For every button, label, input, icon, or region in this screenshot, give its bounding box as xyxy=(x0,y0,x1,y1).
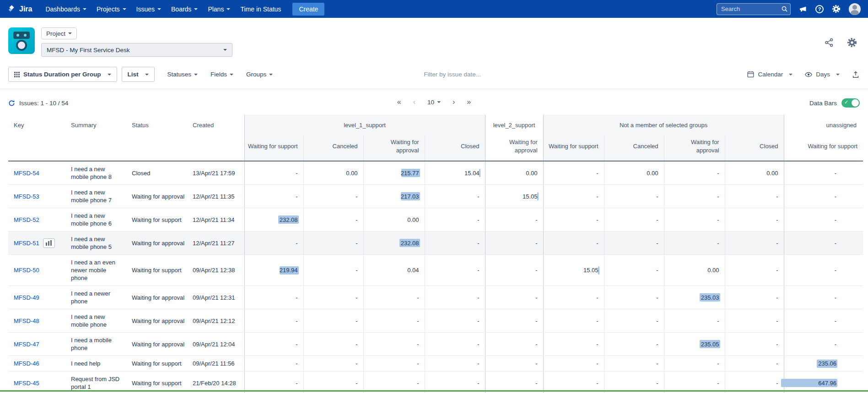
duration-cell: - xyxy=(784,161,863,185)
duration-cell: 0.00 xyxy=(604,161,664,185)
issue-key-link[interactable]: MFSD-47 xyxy=(14,341,39,348)
issue-status: Waiting for approval xyxy=(126,231,187,255)
column-header-waiting-for-support: Waiting for support xyxy=(543,135,604,161)
data-bars-toggle[interactable] xyxy=(841,98,860,108)
project-type-dropdown[interactable]: Project xyxy=(41,27,77,39)
duration-cell: - xyxy=(725,333,784,356)
group-header-unassigned: unassigned xyxy=(784,115,863,135)
nav-item-issues[interactable]: Issues xyxy=(131,0,166,18)
column-header-waiting-for-support: Waiting for support xyxy=(244,135,303,161)
table-row: MFSD-45Request from JSD portal 1Waiting … xyxy=(8,371,863,393)
issue-status: Waiting for approval xyxy=(126,185,187,208)
duration-cell: - xyxy=(244,231,303,255)
issue-status: Closed xyxy=(126,161,187,185)
fields-dropdown[interactable]: Fields xyxy=(210,71,233,78)
page-size-select[interactable]: 10 xyxy=(427,99,441,106)
chevron-down-icon xyxy=(108,74,111,75)
gear-icon[interactable] xyxy=(832,5,841,13)
duration-cell: - xyxy=(303,309,363,333)
issue-created: 12/Apr/21 11:34 xyxy=(187,208,244,231)
duration-cell: - xyxy=(725,356,784,371)
issue-key-cell: MFSD-47 xyxy=(8,333,65,356)
duration-cell: - xyxy=(784,309,863,333)
unit-button[interactable]: Days xyxy=(804,70,840,79)
duration-cell: - xyxy=(604,333,664,356)
nav-item-dashboards[interactable]: Dashboards xyxy=(40,0,92,18)
group-header-not-a-member: Not a member of selected groups xyxy=(543,115,784,135)
duration-cell: - xyxy=(604,185,664,208)
issue-table-body: MFSD-54I need a new mobile phone 8Closed… xyxy=(8,161,863,393)
search-icon xyxy=(781,5,788,14)
user-avatar[interactable] xyxy=(849,3,861,15)
duration-cell: - xyxy=(664,309,725,333)
first-page-button[interactable]: « xyxy=(397,98,401,106)
duration-cell: - xyxy=(425,356,485,371)
nav-item-boards[interactable]: Boards xyxy=(166,0,203,18)
duration-cell: - xyxy=(363,371,425,393)
duration-cell: 235.03 xyxy=(664,286,725,309)
issue-created: 09/Apr/21 12:31 xyxy=(187,286,244,309)
groups-dropdown[interactable]: Groups xyxy=(246,71,273,78)
issue-key-link[interactable]: MFSD-50 xyxy=(14,267,39,274)
create-button[interactable]: Create xyxy=(292,3,324,16)
issue-key-link[interactable]: MFSD-48 xyxy=(14,318,39,324)
calendar-button[interactable]: Calendar xyxy=(747,70,793,78)
duration-cell: - xyxy=(303,255,363,286)
issue-key-link[interactable]: MFSD-49 xyxy=(14,294,39,301)
issue-created: 12/Apr/21 11:35 xyxy=(187,185,244,208)
nav-item-time-in-status[interactable]: Time in Status xyxy=(235,0,286,18)
fields-label: Fields xyxy=(210,71,227,78)
duration-cell: - xyxy=(543,208,604,231)
duration-cell: 217.03 xyxy=(363,185,425,208)
global-search xyxy=(717,3,791,15)
refresh-icon[interactable] xyxy=(8,100,15,107)
help-icon[interactable] xyxy=(815,5,824,13)
issue-created: 09/Apr/21 11:56 xyxy=(187,356,244,371)
settings-gear-icon[interactable] xyxy=(847,38,857,49)
table-row: MFSD-50I need a an even newer mobile pho… xyxy=(8,255,863,286)
issue-key-link[interactable]: MFSD-54 xyxy=(14,170,39,177)
issue-key-link[interactable]: MFSD-53 xyxy=(14,193,39,200)
issue-created: 09/Apr/21 12:04 xyxy=(187,333,244,356)
share-icon[interactable] xyxy=(824,38,834,49)
issue-key-link[interactable]: MFSD-46 xyxy=(14,360,39,367)
duration-cell: - xyxy=(543,231,604,255)
chevron-down-icon xyxy=(68,32,72,34)
issue-key-link[interactable]: MFSD-52 xyxy=(14,216,39,223)
issue-key-link[interactable]: MFSD-45 xyxy=(14,380,39,387)
jira-logo[interactable]: Jira xyxy=(7,5,32,13)
nav-item-plans[interactable]: Plans xyxy=(203,0,235,18)
chevron-down-icon xyxy=(789,74,793,75)
nav-item-projects[interactable]: Projects xyxy=(92,0,131,18)
duration-cell: - xyxy=(425,286,485,309)
last-page-button[interactable]: » xyxy=(467,98,471,106)
project-select[interactable]: MFSD - My First Service Desk xyxy=(41,43,232,57)
chart-icon-button[interactable] xyxy=(43,238,55,248)
statuses-label: Statuses xyxy=(167,71,192,78)
duration-cell: - xyxy=(363,309,425,333)
issue-key-cell: MFSD-46 xyxy=(8,356,65,371)
issue-key-cell: MFSD-45 xyxy=(8,371,65,393)
chevron-down-icon xyxy=(194,8,198,10)
issue-key-link[interactable]: MFSD-51 xyxy=(14,240,39,247)
duration-cell: 15.05 xyxy=(543,255,604,286)
table-row: MFSD-47I need a mobile phoneWaiting for … xyxy=(8,333,863,356)
issue-date-filter-input[interactable] xyxy=(424,71,607,78)
next-page-button[interactable]: › xyxy=(453,98,455,106)
duration-cell: - xyxy=(664,208,725,231)
duration-cell: - xyxy=(485,371,543,393)
prev-page-button[interactable]: ‹ xyxy=(413,98,415,106)
view-mode-button[interactable]: List xyxy=(122,67,155,82)
column-header-created: Created xyxy=(187,115,244,161)
data-bars-label: Data Bars xyxy=(809,100,837,107)
duration-cell: 0.00 xyxy=(725,161,784,185)
project-select-value: MFSD - My First Service Desk xyxy=(47,47,130,54)
grid-icon xyxy=(14,72,20,77)
search-input[interactable] xyxy=(717,3,791,15)
megaphone-icon[interactable] xyxy=(799,5,807,13)
export-button[interactable] xyxy=(852,70,860,79)
duration-cell: - xyxy=(485,333,543,356)
statuses-dropdown[interactable]: Statuses xyxy=(167,71,198,78)
report-type-button[interactable]: Status Duration per Group xyxy=(8,67,117,82)
duration-cell: - xyxy=(725,286,784,309)
